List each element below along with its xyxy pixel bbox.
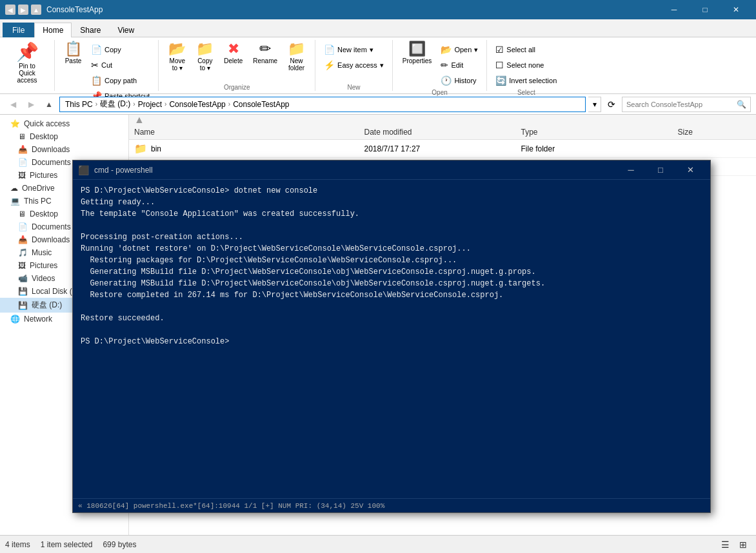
search-input[interactable] <box>626 101 734 108</box>
path-part-current[interactable]: ConsoleTestApp <box>233 100 289 109</box>
powershell-window[interactable]: ⬛ cmd - powershell ─ □ ✕ PS D:\Project\W… <box>72 160 711 513</box>
path-part-thispc[interactable]: This PC <box>65 100 93 109</box>
details-view-button[interactable]: ☰ <box>717 537 733 552</box>
easy-access-button[interactable]: ⚡ Easy access ▾ <box>321 58 387 72</box>
ps-line-3: The template "Console Application" was c… <box>81 208 702 220</box>
path-part-drive[interactable]: 硬盘 (D:) <box>100 99 130 110</box>
select-all-icon: ☑ <box>495 44 504 55</box>
ps-title: cmd - powershell <box>94 166 616 175</box>
tab-home[interactable]: Home <box>34 23 72 37</box>
sort-icon: ▲ <box>134 115 144 126</box>
up-icon: ▲ <box>31 5 41 15</box>
col-size[interactable]: Size <box>673 125 757 139</box>
move-icon: 📂 <box>168 42 186 56</box>
new-folder-icon: 📁 <box>288 42 305 56</box>
history-button[interactable]: 🕐 History <box>437 73 481 88</box>
back-button[interactable]: ◀ <box>5 97 21 112</box>
copy-to-icon: 📁 <box>196 42 214 56</box>
copy-path-icon: 📋 <box>91 75 102 86</box>
pin-to-quick-access-button[interactable]: 📌 Pin to Quick access <box>5 40 49 87</box>
maximize-button[interactable]: □ <box>690 0 720 19</box>
title-bar: ◀ ▶ ▲ ConsoleTestApp ─ □ ✕ <box>0 0 756 19</box>
ps-line-10: Restore completed in 267.14 ms for D:\Pr… <box>81 289 702 301</box>
ps-title-bar: ⬛ cmd - powershell ─ □ ✕ <box>73 160 710 180</box>
refresh-button[interactable]: ⟳ <box>604 97 619 112</box>
copy-to-button[interactable]: 📁 Copyto ▾ <box>192 40 218 73</box>
move-to-label: Moveto ▾ <box>170 57 185 72</box>
new-folder-button[interactable]: 📁 Newfolder <box>283 40 310 73</box>
col-name[interactable]: Name <box>129 125 359 139</box>
ribbon-group-clipboard: 📋 Paste 📄 Copy ✂ Cut 📋 Copy path 📌 <box>55 40 159 91</box>
select-label: Select <box>517 88 535 96</box>
invert-label: Invert selection <box>509 77 557 84</box>
address-path[interactable]: This PC › 硬盘 (D:) › Project › ConsoleTes… <box>59 97 586 112</box>
move-to-button[interactable]: 📂 Moveto ▾ <box>164 40 190 73</box>
tab-share[interactable]: Share <box>72 23 109 37</box>
open-button[interactable]: 📂 Open ▾ <box>437 43 481 57</box>
copy-button[interactable]: 📄 Copy <box>88 43 153 57</box>
search-icon: 🔍 <box>737 100 746 109</box>
music-icon: 🎵 <box>18 248 28 257</box>
delete-button[interactable]: ✖ Delete <box>219 40 247 66</box>
paste-icon: 📋 <box>65 42 82 56</box>
pics2-icon: 🖼 <box>18 261 26 270</box>
large-icons-view-button[interactable]: ⊞ <box>735 537 751 552</box>
new-label: New <box>347 82 360 91</box>
ps-line-4 <box>81 220 702 231</box>
rename-button[interactable]: ✏ Rename <box>248 40 282 66</box>
title-bar-icons: ◀ ▶ ▲ <box>5 5 41 15</box>
properties-button[interactable]: 🔲 Properties <box>398 40 437 66</box>
pin-label: Pin to Quick access <box>11 63 43 84</box>
title-text: ConsoleTestApp <box>46 5 659 14</box>
properties-icon: 🔲 <box>408 42 426 56</box>
ps-prompt-line: PS D:\Project\WebServiceConsole> <box>81 336 702 347</box>
file-name-cell: 📁 bin <box>129 140 359 157</box>
desktop2-icon: 🖥 <box>18 209 26 218</box>
ps-line-12: Restore succeeded. <box>81 313 702 324</box>
close-button[interactable]: ✕ <box>721 0 751 19</box>
invert-selection-button[interactable]: 🔄 Invert selection <box>492 73 560 88</box>
docs2-icon: 📄 <box>18 222 28 231</box>
tab-file[interactable]: File <box>3 23 34 37</box>
ps-minimize-button[interactable]: ─ <box>616 160 646 180</box>
history-icon: 🕐 <box>441 75 452 86</box>
ribbon: 📌 Pin to Quick access 📋 Paste 📄 Copy ✂ C… <box>0 37 756 94</box>
col-date[interactable]: Date modified <box>359 125 516 139</box>
ps-content[interactable]: PS D:\Project\WebServiceConsole> dotnet … <box>73 180 710 498</box>
table-row[interactable]: 📁 bin 2018/7/17 17:27 File folder <box>129 140 756 158</box>
sidebar-item-downloads[interactable]: 📥 Downloads <box>0 143 128 156</box>
properties-label: Properties <box>403 57 432 64</box>
paste-button[interactable]: 📋 Paste <box>60 40 86 66</box>
select-none-button[interactable]: ☐ Select none <box>492 58 560 72</box>
address-dropdown[interactable]: ▾ <box>588 97 601 112</box>
new-item-button[interactable]: 📄 New item ▾ <box>321 43 387 57</box>
path-part-project[interactable]: Project <box>138 100 162 109</box>
pc-icon: 💻 <box>10 197 20 206</box>
up-button[interactable]: ▲ <box>41 97 57 112</box>
network-icon: 🌐 <box>10 315 20 324</box>
sidebar-item-quickaccess[interactable]: ⭐ Quick access <box>0 117 128 130</box>
sort-header: ▲ <box>129 115 756 125</box>
ps-maximize-button[interactable]: □ <box>646 160 675 180</box>
cut-button[interactable]: ✂ Cut <box>88 58 153 72</box>
forward-button[interactable]: ▶ <box>23 97 39 112</box>
copy-path-button[interactable]: 📋 Copy path <box>88 73 153 88</box>
ps-line-2: Getting ready... <box>81 197 702 208</box>
ps-line-11 <box>81 301 702 313</box>
file-size: 699 bytes <box>103 540 136 549</box>
new-item-icon: 📄 <box>324 44 335 55</box>
ps-icon: ⬛ <box>78 165 89 175</box>
tab-view[interactable]: View <box>109 23 143 37</box>
ps-close-button[interactable]: ✕ <box>675 160 705 180</box>
edit-label: Edit <box>451 61 463 69</box>
desktop-icon: 🖥 <box>18 132 26 141</box>
rename-icon: ✏ <box>259 42 271 56</box>
minimize-button[interactable]: ─ <box>659 0 689 19</box>
edit-button[interactable]: ✏ Edit <box>437 58 481 72</box>
select-all-button[interactable]: ☑ Select all <box>492 43 560 57</box>
path-part-app[interactable]: ConsoleTestApp <box>169 100 225 109</box>
copy-label: Copy <box>104 46 121 53</box>
col-type[interactable]: Type <box>516 125 673 139</box>
sidebar-item-desktop[interactable]: 🖥 Desktop <box>0 130 128 143</box>
search-box: 🔍 <box>622 97 751 112</box>
